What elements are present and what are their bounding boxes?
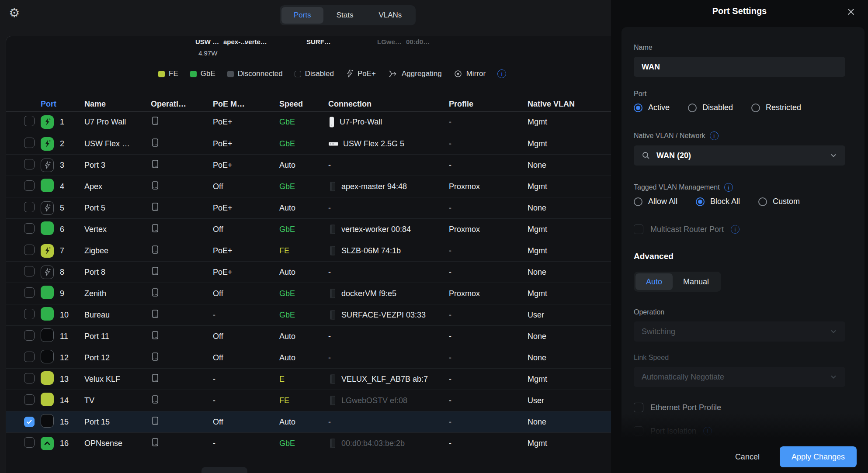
native-vlan-select[interactable]: WAN (20)	[634, 145, 845, 166]
table-row[interactable]: 4ApexOffGbEapex-master 94:48ProxmoxMgmt	[6, 176, 611, 197]
operation-icon	[151, 287, 160, 298]
row-checkbox[interactable]	[24, 266, 35, 276]
table-row[interactable]: 14TV-FELGwebOSTV ef:08-User	[6, 390, 611, 411]
table-row[interactable]: 10Bureau-GbESURFACE-VEZPI 03:33-User	[6, 304, 611, 325]
row-checkbox[interactable]	[24, 330, 35, 341]
column-header-port[interactable]: Port	[41, 100, 84, 109]
radio-block-all[interactable]: Block All	[696, 197, 740, 206]
row-checkbox[interactable]	[24, 138, 35, 148]
row-checkbox[interactable]	[24, 437, 35, 448]
poe-mode: Off	[213, 182, 279, 191]
connection-name: -	[328, 332, 331, 341]
close-icon[interactable]	[846, 7, 856, 18]
column-header-name[interactable]: Name	[84, 100, 151, 109]
port-number: 1	[60, 117, 84, 127]
speed: GbE	[279, 225, 328, 234]
table-row[interactable]: 16OPNsense-GbE00:d0:b4:03:be:2b-Mgmt	[6, 432, 611, 454]
column-header-speed[interactable]: Speed	[279, 100, 328, 109]
connection-name: VELUX_KLF_AB7B ab:7	[341, 375, 428, 384]
radio-custom[interactable]: Custom	[758, 197, 800, 206]
name-input[interactable]: WAN	[634, 57, 845, 77]
row-checkbox[interactable]	[24, 180, 35, 191]
row-checkbox[interactable]	[24, 352, 35, 362]
cancel-button[interactable]: Cancel	[735, 452, 760, 462]
row-checkbox[interactable]	[24, 287, 35, 298]
column-header-poe-mode[interactable]: PoE M…	[213, 100, 279, 109]
apply-changes-button[interactable]: Apply Changes	[780, 446, 857, 467]
table-row[interactable]: 6VertexOffGbEvertex-worker 00:84ProxmoxM…	[6, 218, 611, 240]
tab-stats[interactable]: Stats	[324, 7, 366, 24]
port-settings-form: Name WAN Port Active Disabled Restricted…	[621, 27, 865, 442]
port-status-icon	[41, 371, 54, 385]
speed: GbE	[279, 311, 328, 320]
port-state-label: Port	[634, 90, 845, 98]
connection-device-icon	[328, 141, 339, 147]
table-row[interactable]: 15Port 15OffAuto--None	[6, 411, 611, 432]
operation-icon	[151, 394, 160, 405]
column-header-native-vlan[interactable]: Native VLAN	[528, 100, 611, 109]
row-checkbox[interactable]	[24, 394, 35, 405]
speed: Auto	[279, 353, 328, 363]
row-checkbox[interactable]	[24, 202, 35, 212]
row-checkbox[interactable]	[24, 309, 35, 319]
info-icon[interactable]: i	[731, 225, 740, 234]
radio-disabled[interactable]: Disabled	[688, 103, 733, 112]
table-row[interactable]: 13Velux KLF-EVELUX_KLF_AB7B ab:7-Mgmt	[6, 368, 611, 390]
multicast-router-checkbox-row[interactable]: Multicast Router Port i	[634, 224, 845, 234]
table-row[interactable]: 9ZenithOffGbEdockerVM f9:e5ProxmoxMgmt	[6, 283, 611, 304]
table-row[interactable]: 11Port 11OffAuto--None	[6, 325, 611, 347]
row-checkbox[interactable]	[24, 245, 35, 255]
connection-name: -	[328, 161, 331, 170]
table-row[interactable]: 5Port 5PoE+Auto--None	[6, 197, 611, 218]
operation-icon	[151, 373, 160, 383]
connection-name: dockerVM f9:e5	[341, 289, 396, 298]
segment-auto[interactable]: Auto	[635, 273, 673, 290]
speed: GbE	[279, 289, 328, 298]
poe-mode: Off	[213, 225, 279, 234]
connection-name: vertex-worker 00:84	[341, 225, 411, 234]
segment-manual[interactable]: Manual	[673, 273, 719, 290]
row-checkbox[interactable]	[24, 223, 35, 234]
port-number: 5	[60, 204, 84, 213]
radio-allow-all[interactable]: Allow All	[634, 197, 677, 206]
radio-icon	[751, 104, 760, 112]
swatch-gbe	[190, 71, 197, 77]
speed: FE	[279, 246, 328, 255]
table-row[interactable]: 12Port 12OffAuto--None	[6, 347, 611, 368]
info-icon[interactable]: i	[497, 69, 506, 78]
column-header-operation[interactable]: Operati…	[151, 100, 213, 109]
ethernet-port-profile-checkbox-row[interactable]: Ethernet Port Profile	[634, 403, 845, 412]
info-icon[interactable]: i	[724, 183, 733, 192]
tab-vlans[interactable]: VLANs	[366, 7, 414, 24]
table-row[interactable]: 8Port 8PoE+Auto--None	[6, 261, 611, 283]
row-checkbox[interactable]	[24, 373, 35, 383]
info-icon[interactable]: i	[710, 131, 719, 140]
table-row[interactable]: 7ZigbeePoE+FESLZB-06M 74:1b-Mgmt	[6, 240, 611, 261]
connection: vertex-worker 00:84	[328, 224, 449, 235]
poe-mode: PoE+	[213, 161, 279, 170]
connection: -	[328, 418, 449, 427]
port-name: Port 12	[84, 353, 151, 363]
radio-restricted[interactable]: Restricted	[751, 103, 801, 112]
legend-label: Mirror	[466, 69, 486, 78]
table-row[interactable]: 1U7 Pro WallPoE+GbEU7-Pro-Wall-Mgmt	[6, 111, 611, 133]
poe-mode: -	[213, 311, 279, 320]
pagination-button-partial[interactable]	[201, 467, 247, 473]
row-checkbox[interactable]	[24, 116, 35, 126]
table-row[interactable]: 3Port 3PoE+Auto--None	[6, 154, 611, 176]
connection: -	[328, 353, 449, 363]
column-header-connection[interactable]: Connection	[328, 100, 449, 109]
profile: -	[449, 117, 528, 127]
tab-ports[interactable]: Ports	[281, 7, 323, 24]
row-checkbox[interactable]	[24, 417, 35, 427]
row-checkbox[interactable]	[24, 159, 35, 169]
connection: apex-master 94:48	[328, 181, 449, 192]
connection: USW Flex 2.5G 5	[328, 139, 449, 148]
gear-icon[interactable]: ⚙	[9, 7, 20, 19]
radio-active[interactable]: Active	[634, 103, 670, 112]
table-row[interactable]: 2USW Flex …PoE+GbEUSW Flex 2.5G 5-Mgmt	[6, 133, 611, 154]
connection-name: U7-Pro-Wall	[340, 117, 382, 127]
column-header-profile[interactable]: Profile	[449, 100, 528, 109]
swatch-fe	[158, 71, 165, 77]
poe-mode: PoE+	[213, 117, 279, 127]
